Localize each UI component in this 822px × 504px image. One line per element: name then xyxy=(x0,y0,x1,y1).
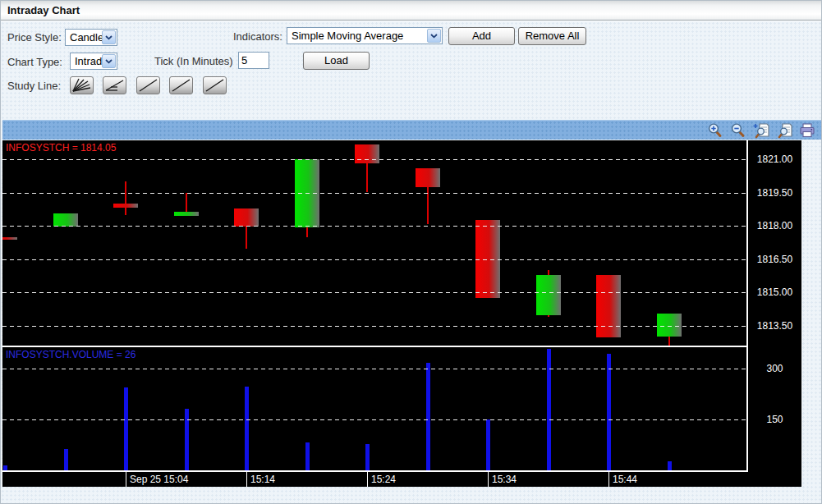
volume-gridline xyxy=(2,369,746,369)
candle-wick xyxy=(125,181,126,215)
time-axis-label: 15:44 xyxy=(613,474,637,485)
price-style-label: Price Style: xyxy=(7,31,62,44)
price-axis-label: 1819.50 xyxy=(748,187,801,199)
chart-type-select[interactable]: Intraday xyxy=(70,53,117,70)
price-gridline xyxy=(2,193,746,194)
indicators-select[interactable]: Simple Moving Average xyxy=(287,27,443,44)
study-line-label: Study Line: xyxy=(7,80,61,92)
zoom-document-icon[interactable] xyxy=(775,122,793,139)
time-axis-label: Sep 25 15:04 xyxy=(130,474,188,485)
price-chart-pane: INFOSYSTCH = 1814.05 xyxy=(2,140,746,346)
candle-body xyxy=(234,208,259,227)
tick-minutes-input[interactable] xyxy=(238,52,269,69)
tick-minutes-label: Tick (In Minutes) xyxy=(154,55,233,67)
study-line-trend-button-1[interactable] xyxy=(136,76,160,94)
candle-body xyxy=(2,237,17,240)
candle-body xyxy=(416,168,440,187)
time-axis-label: 15:34 xyxy=(492,474,517,485)
volume-bar xyxy=(547,349,551,470)
time-axis-tick xyxy=(608,472,609,487)
candle-body xyxy=(174,212,199,216)
indicators-label: Indicators: xyxy=(233,30,282,43)
price-pane-symbol-label: INFOSYSTCH = 1814.05 xyxy=(6,142,116,153)
print-icon[interactable] xyxy=(798,122,816,139)
volume-bar xyxy=(124,387,128,470)
time-axis-tick xyxy=(488,472,489,487)
volume-gridline xyxy=(2,419,746,420)
price-axis-label: 1818.00 xyxy=(748,220,801,231)
study-line-fan-button[interactable] xyxy=(70,76,94,94)
time-axis-tick xyxy=(367,472,368,487)
price-axis-label: 1815.00 xyxy=(748,286,801,298)
volume-axis-label: 300 xyxy=(748,363,801,374)
volume-pane-symbol-label: INFOSYSTCH.VOLUME = 26 xyxy=(6,349,135,360)
chart-type-label: Chart Type: xyxy=(7,56,62,68)
price-style-select[interactable]: Candle xyxy=(65,29,117,46)
zoom-in-document-icon[interactable] xyxy=(752,122,770,139)
study-line-trend-button-2[interactable] xyxy=(169,76,193,94)
volume-bar xyxy=(426,363,430,470)
price-axis-label: 1816.50 xyxy=(748,254,801,265)
volume-bar xyxy=(668,461,672,470)
volume-bar xyxy=(607,354,611,470)
volume-bar xyxy=(365,444,370,470)
candle-body xyxy=(536,275,561,315)
price-gridline xyxy=(2,292,746,293)
fan-lines-icon xyxy=(71,78,92,93)
study-line-trend-button-3[interactable] xyxy=(203,76,227,94)
remove-all-button[interactable]: Remove All xyxy=(518,27,586,45)
volume-bar xyxy=(3,465,7,470)
add-button[interactable]: Add xyxy=(448,27,515,45)
trend-line-icon xyxy=(204,78,225,93)
price-style-value: Candle xyxy=(70,31,103,44)
price-axis-panel: 1821.001819.501818.001816.501815.001813.… xyxy=(748,140,801,472)
price-gridline xyxy=(2,226,746,227)
volume-axis-label: 150 xyxy=(748,414,801,425)
page-title: Intraday Chart xyxy=(1,1,80,16)
price-gridline xyxy=(2,259,746,260)
volume-bar xyxy=(185,409,189,470)
time-axis-label: 15:24 xyxy=(371,474,396,485)
candle-body xyxy=(596,275,621,337)
volume-bar xyxy=(486,419,490,470)
chart-toolbar xyxy=(2,120,821,140)
candle-body xyxy=(113,204,138,208)
angle-line-icon xyxy=(104,78,125,93)
volume-chart-pane: INFOSYSTCH.VOLUME = 26 xyxy=(2,347,746,470)
price-gridline xyxy=(2,159,746,160)
chevron-down-icon xyxy=(102,30,116,44)
candle-body xyxy=(53,213,78,227)
volume-bar xyxy=(305,442,310,470)
time-axis: Sep 25 15:0415:1415:2415:3415:44 xyxy=(2,472,801,487)
page: Intraday Chart Price Style: Candle Indic… xyxy=(0,0,822,504)
load-button[interactable]: Load xyxy=(303,52,370,70)
price-gridline xyxy=(2,326,746,327)
title-bar: Intraday Chart xyxy=(1,1,821,21)
candle-body xyxy=(355,144,379,163)
time-axis-label: 15:14 xyxy=(250,474,275,485)
zoom-in-icon[interactable] xyxy=(706,122,724,139)
chevron-down-icon xyxy=(102,54,116,68)
volume-bar xyxy=(64,449,68,470)
price-axis-label: 1813.50 xyxy=(748,320,801,332)
indicators-value: Simple Moving Average xyxy=(292,30,403,42)
price-axis-label: 1821.00 xyxy=(748,153,801,165)
time-axis-tick xyxy=(126,472,126,487)
trend-line-icon xyxy=(138,78,158,93)
time-axis-tick xyxy=(246,472,247,487)
chevron-down-icon xyxy=(427,29,441,43)
study-line-angle-button[interactable] xyxy=(103,76,126,94)
candle-body xyxy=(657,314,682,337)
trend-line-icon xyxy=(171,78,191,93)
volume-bar xyxy=(245,387,249,470)
zoom-out-icon[interactable] xyxy=(729,122,747,139)
